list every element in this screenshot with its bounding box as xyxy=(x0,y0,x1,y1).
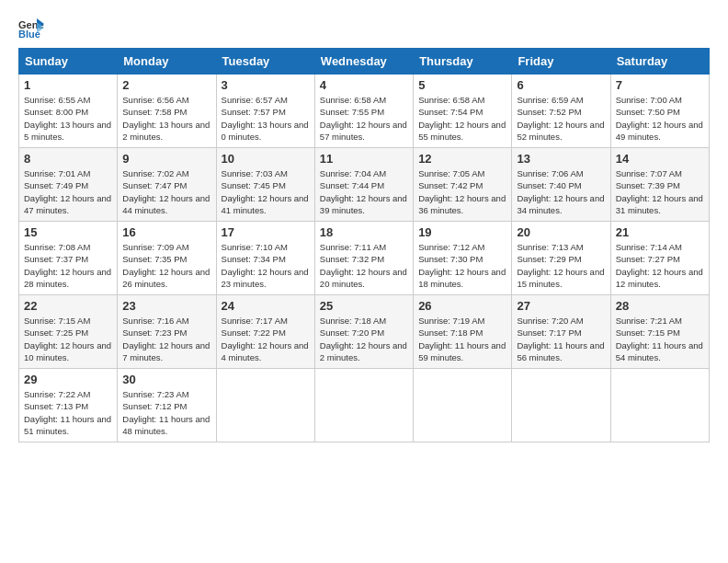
week-row-3: 15 Sunrise: 7:08 AMSunset: 7:37 PMDaylig… xyxy=(19,222,710,295)
day-cell: 20 Sunrise: 7:13 AMSunset: 7:29 PMDaylig… xyxy=(512,222,610,295)
day-number: 15 xyxy=(24,225,112,239)
day-number: 22 xyxy=(24,299,112,313)
day-number: 11 xyxy=(320,152,408,166)
day-number: 6 xyxy=(517,78,605,92)
day-cell: 30 Sunrise: 7:23 AMSunset: 7:12 PMDaylig… xyxy=(118,369,216,442)
day-cell: 23 Sunrise: 7:16 AMSunset: 7:23 PMDaylig… xyxy=(118,295,216,369)
day-info: Sunrise: 6:59 AMSunset: 7:52 PMDaylight:… xyxy=(517,95,604,142)
day-info: Sunrise: 7:07 AMSunset: 7:39 PMDaylight:… xyxy=(616,168,703,215)
day-info: Sunrise: 7:16 AMSunset: 7:23 PMDaylight:… xyxy=(122,316,210,362)
day-info: Sunrise: 7:06 AMSunset: 7:40 PMDaylight:… xyxy=(517,168,604,215)
day-cell: 2 Sunrise: 6:56 AMSunset: 7:58 PMDayligh… xyxy=(118,75,216,148)
day-info: Sunrise: 7:13 AMSunset: 7:29 PMDaylight:… xyxy=(517,242,604,289)
day-info: Sunrise: 6:58 AMSunset: 7:54 PMDaylight:… xyxy=(418,95,506,142)
day-info: Sunrise: 7:03 AMSunset: 7:45 PMDaylight:… xyxy=(222,168,309,215)
calendar-table: SundayMondayTuesdayWednesdayThursdayFrid… xyxy=(18,48,710,442)
day-info: Sunrise: 7:02 AMSunset: 7:47 PMDaylight:… xyxy=(122,168,210,215)
day-number: 24 xyxy=(222,299,310,313)
day-cell: 7 Sunrise: 7:00 AMSunset: 7:50 PMDayligh… xyxy=(610,75,709,148)
day-info: Sunrise: 7:12 AMSunset: 7:30 PMDaylight:… xyxy=(418,242,506,289)
day-info: Sunrise: 6:58 AMSunset: 7:55 PMDaylight:… xyxy=(320,95,407,142)
weekday-header-wednesday: Wednesday xyxy=(314,49,413,75)
day-cell: 22 Sunrise: 7:15 AMSunset: 7:25 PMDaylig… xyxy=(19,295,118,369)
day-info: Sunrise: 7:23 AMSunset: 7:12 PMDaylight:… xyxy=(122,389,210,436)
day-number: 8 xyxy=(24,152,112,166)
day-number: 10 xyxy=(222,152,310,166)
day-number: 29 xyxy=(24,373,112,386)
day-cell: 21 Sunrise: 7:14 AMSunset: 7:27 PMDaylig… xyxy=(610,222,709,295)
day-cell: 13 Sunrise: 7:06 AMSunset: 7:40 PMDaylig… xyxy=(512,148,610,222)
day-cell: 14 Sunrise: 7:07 AMSunset: 7:39 PMDaylig… xyxy=(610,148,709,222)
day-number: 3 xyxy=(222,78,310,92)
day-cell: 25 Sunrise: 7:18 AMSunset: 7:20 PMDaylig… xyxy=(314,295,413,369)
day-number: 18 xyxy=(320,225,408,239)
day-number: 4 xyxy=(320,78,408,92)
week-row-1: 1 Sunrise: 6:55 AMSunset: 8:00 PMDayligh… xyxy=(19,75,710,148)
day-cell: 5 Sunrise: 6:58 AMSunset: 7:54 PMDayligh… xyxy=(414,75,512,148)
day-info: Sunrise: 7:00 AMSunset: 7:50 PMDaylight:… xyxy=(616,95,703,142)
day-cell: 4 Sunrise: 6:58 AMSunset: 7:55 PMDayligh… xyxy=(314,75,413,148)
day-number: 21 xyxy=(616,225,704,239)
day-cell: 10 Sunrise: 7:03 AMSunset: 7:45 PMDaylig… xyxy=(216,148,314,222)
weekday-header-sunday: Sunday xyxy=(19,49,118,75)
day-cell: 27 Sunrise: 7:20 AMSunset: 7:17 PMDaylig… xyxy=(512,295,610,369)
day-number: 25 xyxy=(320,299,408,313)
day-number: 17 xyxy=(222,225,310,239)
weekday-header-row: SundayMondayTuesdayWednesdayThursdayFrid… xyxy=(19,49,710,75)
day-cell: 17 Sunrise: 7:10 AMSunset: 7:34 PMDaylig… xyxy=(216,222,314,295)
day-info: Sunrise: 7:19 AMSunset: 7:18 PMDaylight:… xyxy=(418,316,506,362)
day-info: Sunrise: 7:08 AMSunset: 7:37 PMDaylight:… xyxy=(24,242,111,289)
day-cell: 26 Sunrise: 7:19 AMSunset: 7:18 PMDaylig… xyxy=(414,295,512,369)
day-cell: 15 Sunrise: 7:08 AMSunset: 7:37 PMDaylig… xyxy=(19,222,118,295)
day-number: 5 xyxy=(418,78,506,92)
week-row-4: 22 Sunrise: 7:15 AMSunset: 7:25 PMDaylig… xyxy=(19,295,710,369)
day-info: Sunrise: 7:11 AMSunset: 7:32 PMDaylight:… xyxy=(320,242,407,289)
day-cell: 11 Sunrise: 7:04 AMSunset: 7:44 PMDaylig… xyxy=(314,148,413,222)
day-cell xyxy=(314,369,413,442)
day-cell: 18 Sunrise: 7:11 AMSunset: 7:32 PMDaylig… xyxy=(314,222,413,295)
day-cell: 6 Sunrise: 6:59 AMSunset: 7:52 PMDayligh… xyxy=(512,75,610,148)
header: General Blue xyxy=(18,18,710,39)
day-cell: 1 Sunrise: 6:55 AMSunset: 8:00 PMDayligh… xyxy=(19,75,118,148)
day-number: 9 xyxy=(122,152,210,166)
day-info: Sunrise: 7:01 AMSunset: 7:49 PMDaylight:… xyxy=(24,168,111,215)
weekday-header-monday: Monday xyxy=(118,49,216,75)
day-number: 14 xyxy=(616,152,704,166)
day-number: 16 xyxy=(122,225,210,239)
day-info: Sunrise: 6:57 AMSunset: 7:57 PMDaylight:… xyxy=(222,95,309,142)
day-info: Sunrise: 7:22 AMSunset: 7:13 PMDaylight:… xyxy=(24,389,111,436)
day-cell: 19 Sunrise: 7:12 AMSunset: 7:30 PMDaylig… xyxy=(414,222,512,295)
day-cell xyxy=(512,369,610,442)
weekday-header-friday: Friday xyxy=(512,49,610,75)
day-cell: 3 Sunrise: 6:57 AMSunset: 7:57 PMDayligh… xyxy=(216,75,314,148)
day-cell: 29 Sunrise: 7:22 AMSunset: 7:13 PMDaylig… xyxy=(19,369,118,442)
day-cell: 24 Sunrise: 7:17 AMSunset: 7:22 PMDaylig… xyxy=(216,295,314,369)
day-info: Sunrise: 7:18 AMSunset: 7:20 PMDaylight:… xyxy=(320,316,407,362)
week-row-2: 8 Sunrise: 7:01 AMSunset: 7:49 PMDayligh… xyxy=(19,148,710,222)
day-number: 2 xyxy=(122,78,210,92)
day-info: Sunrise: 7:04 AMSunset: 7:44 PMDaylight:… xyxy=(320,168,407,215)
day-number: 7 xyxy=(616,78,704,92)
day-cell: 28 Sunrise: 7:21 AMSunset: 7:15 PMDaylig… xyxy=(610,295,709,369)
day-cell xyxy=(414,369,512,442)
day-number: 20 xyxy=(517,225,605,239)
day-cell xyxy=(216,369,314,442)
logo: General Blue xyxy=(18,18,44,39)
day-info: Sunrise: 7:20 AMSunset: 7:17 PMDaylight:… xyxy=(517,316,604,362)
day-cell: 12 Sunrise: 7:05 AMSunset: 7:42 PMDaylig… xyxy=(414,148,512,222)
day-info: Sunrise: 7:05 AMSunset: 7:42 PMDaylight:… xyxy=(418,168,506,215)
day-number: 1 xyxy=(24,78,112,92)
day-number: 13 xyxy=(517,152,605,166)
day-number: 30 xyxy=(122,373,210,386)
day-info: Sunrise: 7:09 AMSunset: 7:35 PMDaylight:… xyxy=(122,242,210,289)
day-number: 26 xyxy=(418,299,506,313)
day-number: 27 xyxy=(517,299,605,313)
day-cell: 8 Sunrise: 7:01 AMSunset: 7:49 PMDayligh… xyxy=(19,148,118,222)
weekday-header-tuesday: Tuesday xyxy=(216,49,314,75)
day-number: 19 xyxy=(418,225,506,239)
day-info: Sunrise: 7:21 AMSunset: 7:15 PMDaylight:… xyxy=(616,316,703,362)
day-number: 12 xyxy=(418,152,506,166)
day-info: Sunrise: 7:10 AMSunset: 7:34 PMDaylight:… xyxy=(222,242,309,289)
day-info: Sunrise: 7:17 AMSunset: 7:22 PMDaylight:… xyxy=(222,316,309,362)
weekday-header-saturday: Saturday xyxy=(610,49,709,75)
